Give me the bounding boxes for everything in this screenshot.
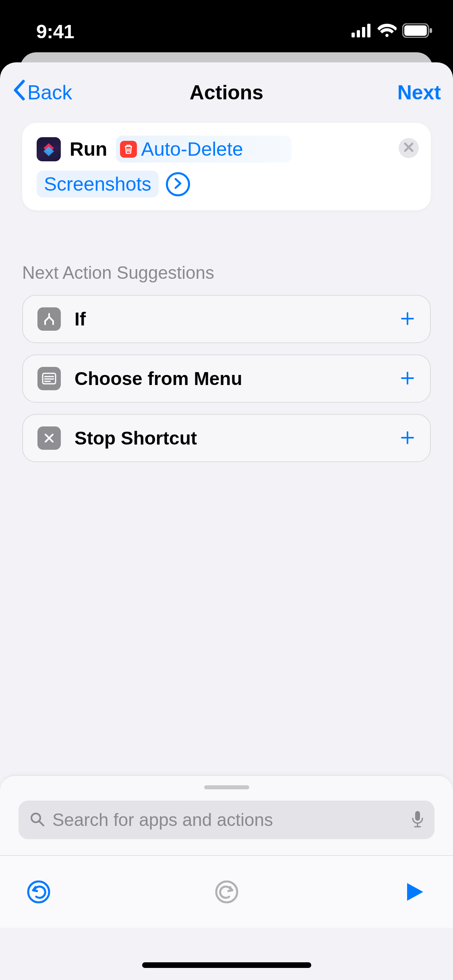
back-button[interactable]: Back: [12, 80, 72, 105]
svg-rect-6: [430, 28, 432, 33]
search-placeholder: Search for apps and actions: [52, 810, 404, 830]
nav-bar: Back Actions Next: [0, 62, 453, 123]
show-more-button[interactable]: [166, 172, 190, 196]
add-icon[interactable]: [399, 366, 416, 391]
search-panel[interactable]: Search for apps and actions: [0, 775, 453, 855]
svg-line-12: [39, 821, 43, 826]
back-label: Back: [27, 81, 72, 104]
search-icon: [29, 811, 45, 829]
suggestion-choose-from-menu[interactable]: Choose from Menu: [22, 354, 431, 403]
status-time: 9:41: [36, 21, 74, 43]
chevron-right-icon: [174, 177, 182, 191]
run-label: Run: [70, 138, 107, 160]
x-icon: [37, 426, 61, 450]
svg-rect-13: [415, 811, 420, 821]
suggestion-label: Stop Shortcut: [74, 427, 399, 449]
remove-action-button[interactable]: [399, 138, 419, 158]
run-shortcut-action-card[interactable]: Run Auto-Delete Screenshots: [22, 123, 431, 210]
run-button[interactable]: [400, 877, 429, 906]
suggestions-header: Next Action Suggestions: [22, 263, 431, 283]
drag-handle[interactable]: [204, 785, 249, 789]
svg-rect-5: [404, 25, 427, 36]
wifi-icon: [377, 24, 397, 39]
next-button[interactable]: Next: [397, 81, 441, 104]
status-indicators: [352, 23, 433, 39]
menu-icon: [37, 367, 61, 390]
search-field[interactable]: Search for apps and actions: [19, 801, 434, 839]
svg-rect-1: [357, 30, 360, 37]
svg-rect-3: [367, 24, 370, 37]
trash-icon: [120, 141, 137, 158]
suggestion-if[interactable]: If: [22, 295, 431, 343]
status-bar: 9:41: [0, 0, 453, 52]
shortcut-name-text: Auto-Delete: [141, 138, 243, 160]
add-icon[interactable]: [399, 426, 416, 451]
bottom-toolbar: [0, 855, 453, 928]
shortcuts-app-icon: [37, 137, 61, 161]
shortcut-parameter-token[interactable]: Auto-Delete: [116, 136, 291, 163]
svg-rect-2: [362, 27, 365, 37]
home-indicator[interactable]: [142, 962, 311, 968]
suggestion-label: Choose from Menu: [74, 368, 399, 389]
screenshots-parameter-token[interactable]: Screenshots: [37, 171, 159, 198]
main-sheet: Back Actions Next Run: [0, 62, 453, 980]
cellular-icon: [352, 24, 372, 39]
branch-icon: [37, 307, 61, 331]
undo-button[interactable]: [24, 877, 53, 906]
dictation-button[interactable]: [411, 810, 424, 830]
svg-rect-0: [352, 33, 355, 37]
battery-icon: [402, 23, 433, 39]
redo-button[interactable]: [212, 877, 241, 906]
add-icon[interactable]: [399, 307, 416, 331]
suggestion-label: If: [74, 308, 399, 330]
suggestion-stop-shortcut[interactable]: Stop Shortcut: [22, 414, 431, 462]
screenshots-label: Screenshots: [44, 173, 151, 195]
close-icon: [403, 142, 414, 154]
chevron-left-icon: [12, 80, 25, 105]
